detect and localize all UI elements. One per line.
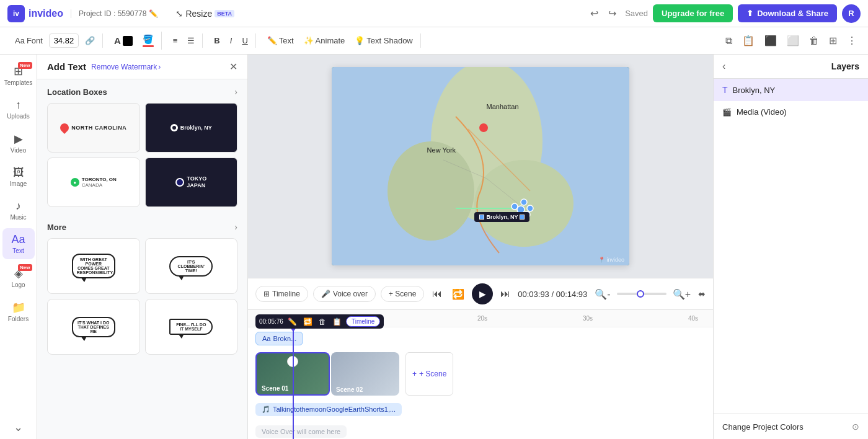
underline-button[interactable]: U — [238, 33, 251, 48]
bold-button[interactable]: B — [210, 33, 223, 48]
play-button[interactable]: ▶ — [472, 283, 493, 304]
speech-card-1[interactable]: WITH GREAT POWER COMES GREAT RESPONSIBIL… — [47, 238, 140, 294]
grid-button[interactable]: ⊞ — [825, 32, 841, 49]
zoom-controls: 🔍- 🔍+ — [592, 286, 693, 303]
change-colors-text: Change Project Colors — [722, 422, 804, 432]
location-card-toronto[interactable]: ● TORONTO, ON CANADA — [47, 157, 140, 207]
duplicate-button[interactable]: ⧉ — [722, 33, 736, 49]
sidebar-item-text[interactable]: Aa Text — [2, 228, 35, 259]
timeline-block-label[interactable]: Timeline — [346, 316, 380, 327]
more-section-title: More — [47, 223, 66, 232]
delete-block-button[interactable]: 🗑 — [317, 317, 328, 327]
toronto-name: TORONTO, ON — [82, 177, 117, 182]
send-back-button[interactable]: ⬜ — [783, 32, 803, 49]
bring-forward-button[interactable]: ⬛ — [761, 32, 781, 49]
italic-button[interactable]: I — [226, 33, 236, 48]
sidebar-item-templates[interactable]: ⊞ Templates New — [2, 60, 35, 91]
beta-badge: BETA — [215, 10, 234, 17]
location-card-brooklyn[interactable]: Broklyn, NY — [145, 103, 238, 153]
location-card-tokyo[interactable]: TOKYOJAPAN — [145, 157, 238, 207]
timeline-tab[interactable]: ⊞ Timeline — [255, 286, 308, 302]
add-scene-label: + Scene — [419, 370, 446, 378]
layer-item-text[interactable]: T Broklyn, NY — [714, 79, 868, 101]
sidebar-item-music[interactable]: ♪ Music — [2, 195, 35, 226]
sidebar-more-button[interactable]: ⌄ — [14, 420, 23, 434]
download-button[interactable]: ⬆ Download & Share — [738, 4, 837, 22]
font-icon: Aa — [15, 36, 25, 45]
text-track-block-container: 00:05:76 ✏️ 🔁 🗑 📋 Timeline Aa Brokn... — [255, 332, 303, 345]
sidebar-item-logo[interactable]: ◈ Logo New — [2, 262, 35, 293]
avatar[interactable]: R — [842, 4, 861, 23]
sidebar-item-folders[interactable]: 📁 Folders — [2, 296, 35, 327]
nc-label: NORTH CAROLINA — [71, 125, 126, 131]
lock-ratio-button[interactable]: 🔗 — [81, 33, 99, 48]
add-scene-button[interactable]: + + Scene — [405, 352, 453, 396]
brooklyn-handle-left — [479, 215, 484, 220]
sidebar-item-image[interactable]: 🖼 Image — [2, 161, 35, 192]
location-section-arrow[interactable]: › — [234, 87, 237, 97]
align-right-button[interactable]: ☰ — [184, 33, 198, 48]
panel-close-button[interactable]: ✕ — [229, 61, 237, 73]
layer-item-media[interactable]: 🎬 Media (Video) — [714, 101, 868, 123]
brooklyn-canvas-label: Broklyn, NY — [486, 214, 518, 220]
skip-back-button[interactable]: ⏮ — [430, 286, 445, 302]
animate-label: Animate — [316, 36, 345, 45]
music-block[interactable]: 🎵 TalkingtothemoonGoogleEarthShorts1,... — [255, 403, 402, 416]
text-color-button[interactable]: A — [110, 33, 136, 48]
sidebar-item-video[interactable]: ▶ Video — [2, 127, 35, 159]
speech-card-3[interactable]: IT'S WHAT I DO THAT DEFINES ME — [47, 299, 140, 355]
fill-color-button[interactable]: 🪣 — [139, 32, 157, 50]
edit-project-icon[interactable]: ✏️ — [149, 9, 158, 18]
speech-card-2[interactable]: IT'S CLOBBERIN' TIME! — [145, 238, 238, 294]
align-left-button[interactable]: ≡ — [169, 33, 182, 48]
scene-block-2[interactable]: Scene 02 — [331, 352, 399, 396]
copy-block-button[interactable]: 📋 — [330, 317, 343, 327]
upgrade-button[interactable]: Upgrade for free — [653, 4, 733, 22]
zoom-out-button[interactable]: 🔍- — [592, 286, 613, 303]
more-section-arrow[interactable]: › — [234, 222, 237, 232]
redo-button[interactable]: ↪ — [604, 5, 620, 22]
canvas[interactable]: Manhattan New York Broklyn, NY 📍invideo — [332, 67, 629, 265]
expand-timeline-button[interactable]: ⬌ — [698, 289, 706, 299]
speech-bubble-1: WITH GREAT POWER COMES GREAT RESPONSIBIL… — [72, 254, 115, 278]
change-colors-button[interactable]: Change Project Colors ⊙ — [714, 414, 868, 439]
skip-forward-button[interactable]: ⏭ — [498, 286, 513, 302]
font-button[interactable]: Aa Font — [11, 33, 46, 48]
resize-label: Resize — [185, 9, 212, 19]
zoom-in-button[interactable]: 🔍+ — [670, 286, 693, 303]
video-label: Video — [11, 147, 26, 154]
text-button[interactable]: ✏️ Text — [264, 33, 298, 48]
font-size-input[interactable] — [49, 33, 79, 48]
zoom-slider[interactable] — [617, 293, 666, 295]
resize-button[interactable]: ⤡ Resize BETA — [170, 6, 239, 21]
undo-button[interactable]: ↩ — [587, 5, 602, 22]
logo-icon: iv — [7, 5, 25, 22]
loop-block-button[interactable]: 🔁 — [301, 317, 314, 327]
text-block[interactable]: Aa Brokn... — [255, 332, 303, 345]
zoom-thumb — [637, 290, 644, 298]
remove-watermark-link[interactable]: Remove Watermark › — [91, 63, 161, 71]
edit-block-button[interactable]: ✏️ — [286, 317, 299, 327]
voiceover-tab[interactable]: 🎤 Voice over — [313, 286, 376, 302]
voiceover-block[interactable]: Voice Over will come here — [255, 425, 347, 438]
animate-button[interactable]: ✨ Animate — [300, 33, 349, 48]
scene-tab[interactable]: + Scene — [381, 286, 424, 302]
speech-card-4[interactable]: FINE... I'LL DO IT MYSELF — [145, 299, 238, 355]
copy-button[interactable]: 📋 — [738, 32, 758, 49]
timeline-controls: ⏮ 🔁 ▶ ⏭ 00:03:93 / 00:14:93 🔍- � — [430, 283, 706, 304]
collapse-panel-button[interactable]: ‹ — [722, 61, 725, 72]
text-shadow-button[interactable]: 💡 Text Shadow — [351, 33, 416, 48]
brooklyn-label-box[interactable]: Broklyn, NY — [474, 212, 529, 222]
fill-bar — [143, 45, 154, 47]
loop-button[interactable]: 🔁 — [450, 286, 467, 303]
video-icon: ▶ — [14, 132, 23, 146]
saved-status: Saved — [625, 9, 648, 18]
sidebar-item-uploads[interactable]: ↑ Uploads — [2, 94, 35, 125]
location-card-nc[interactable]: NORTH CAROLINA — [47, 103, 140, 153]
delete-button[interactable]: 🗑 — [805, 33, 823, 49]
toronto-text-group: TORONTO, ON CANADA — [82, 177, 117, 188]
text-group: ✏️ Text ✨ Animate 💡 Text Shadow — [260, 33, 421, 48]
undo-redo-group: ↩ ↪ — [587, 5, 620, 22]
text-layer-icon: T — [722, 85, 728, 95]
more-options-button[interactable]: ⋮ — [843, 32, 861, 49]
